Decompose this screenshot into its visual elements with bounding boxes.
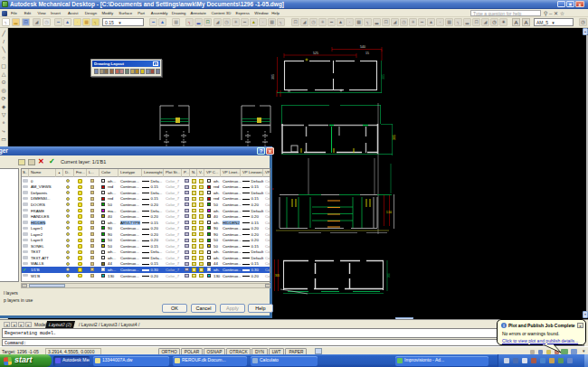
svg-text:540: 540 — [360, 45, 365, 49]
svg-text:305: 305 — [393, 135, 396, 140]
svg-text:525: 525 — [313, 52, 318, 55]
svg-text:1.50: 1.50 — [386, 211, 392, 214]
svg-text:305: 305 — [382, 74, 385, 80]
svg-text:305: 305 — [271, 74, 275, 80]
svg-text:15: 15 — [365, 52, 369, 55]
svg-text:305: 305 — [275, 274, 280, 278]
svg-text:305: 305 — [387, 273, 391, 278]
